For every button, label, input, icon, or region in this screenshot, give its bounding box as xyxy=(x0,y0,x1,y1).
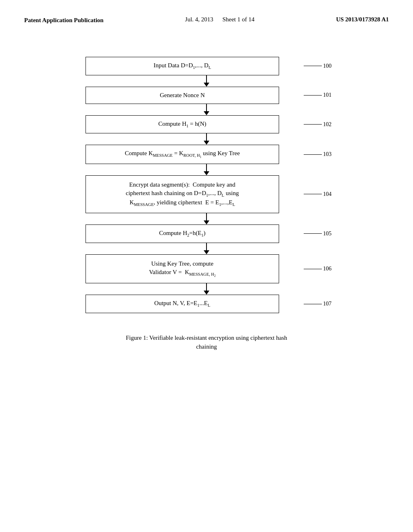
flow-step-102: Compute H1 = h(N) 102 xyxy=(86,115,327,134)
sheet-number: Sheet 1 of 14 xyxy=(222,16,254,23)
box-103: Compute KMESSAGE = KROOT, H1 using Key T… xyxy=(86,145,279,164)
arrow-1 xyxy=(204,75,209,87)
step-label-105: 105 xyxy=(323,231,332,237)
date-sheet: Jul. 4, 2013 Sheet 1 of 14 xyxy=(185,16,254,23)
patent-number-text: US 2013/0173928 A1 xyxy=(336,16,389,23)
step-label-103: 103 xyxy=(323,151,332,158)
patent-number: US 2013/0173928 A1 xyxy=(336,16,389,23)
flow-step-104: Encrypt data segment(s): Compute key and… xyxy=(86,175,327,213)
flow-step-105: Compute H2=h(E1) 105 xyxy=(86,224,327,243)
flow-step-100: Input Data D=D1,..., DL 100 xyxy=(86,57,327,75)
box-104: Encrypt data segment(s): Compute key and… xyxy=(86,175,279,213)
page: Patent Application Publication Jul. 4, 2… xyxy=(0,0,413,532)
arrow-4 xyxy=(204,164,209,175)
box-101: Generate Nonce N xyxy=(86,87,279,104)
step-label-104: 104 xyxy=(323,191,332,197)
flow-step-103: Compute KMESSAGE = KROOT, H1 using Key T… xyxy=(86,145,327,164)
arrow-2 xyxy=(204,104,209,115)
arrow-5 xyxy=(204,213,209,224)
flow-step-107: Output N, V, E=E1...EL 107 xyxy=(86,295,327,313)
figure-caption: Figure 1: Verifiable leak-resistant encr… xyxy=(126,333,287,351)
figure-caption-text: Figure 1: Verifiable leak-resistant encr… xyxy=(126,335,287,350)
arrow-6 xyxy=(204,243,209,254)
step-label-102: 102 xyxy=(323,121,332,128)
box-107: Output N, V, E=E1...EL xyxy=(86,295,279,313)
box-106: Using Key Tree, compute Validator V = KM… xyxy=(86,254,279,283)
page-header: Patent Application Publication Jul. 4, 2… xyxy=(24,16,389,25)
box-102: Compute H1 = h(N) xyxy=(86,115,279,134)
publication-label: Patent Application Publication xyxy=(24,16,104,25)
publication-title: Patent Application Publication xyxy=(24,17,104,23)
step-label-106: 106 xyxy=(323,266,332,272)
arrow-3 xyxy=(204,133,209,145)
diagram-container: Input Data D=D1,..., DL 100 Generate Non… xyxy=(24,57,389,351)
step-label-107: 107 xyxy=(323,301,332,307)
flowchart: Input Data D=D1,..., DL 100 Generate Non… xyxy=(86,57,327,313)
flow-step-106: Using Key Tree, compute Validator V = KM… xyxy=(86,254,327,283)
publication-date: Jul. 4, 2013 xyxy=(185,16,213,23)
arrow-7 xyxy=(204,283,209,295)
step-label-101: 101 xyxy=(323,92,332,98)
box-100: Input Data D=D1,..., DL xyxy=(86,57,279,75)
step-label-100: 100 xyxy=(323,63,332,69)
flow-step-101: Generate Nonce N 101 xyxy=(86,87,327,104)
box-105: Compute H2=h(E1) xyxy=(86,224,279,243)
